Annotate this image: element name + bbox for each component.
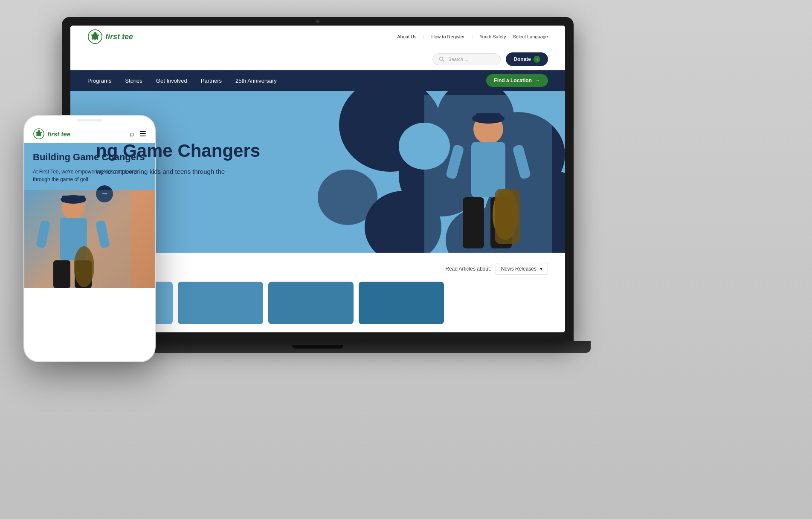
nav-partners[interactable]: Partners — [201, 78, 222, 84]
svg-point-5 — [92, 38, 94, 40]
svg-point-44 — [74, 246, 94, 287]
svg-rect-26 — [476, 113, 501, 122]
dropdown-arrow: ▾ — [540, 266, 542, 272]
laptop-logo-area: first tee — [87, 29, 133, 44]
nav-get-involved[interactable]: Get Involved — [156, 78, 187, 84]
svg-point-33 — [41, 132, 42, 133]
donate-button[interactable]: Donate → — [506, 52, 548, 66]
svg-point-4 — [97, 35, 99, 36]
select-language-link[interactable]: Select Language — [513, 34, 548, 39]
phone-golfer-svg — [24, 190, 131, 288]
laptop-camera — [316, 20, 319, 23]
svg-rect-42 — [53, 260, 70, 288]
laptop-notch — [292, 345, 343, 349]
scene: first tee About Us | How to Register | Y… — [0, 0, 812, 519]
svg-point-2 — [93, 32, 96, 35]
svg-point-34 — [36, 135, 38, 136]
phone-logo-icon — [33, 128, 45, 140]
top-links: About Us | How to Register | Youth Safet… — [397, 34, 548, 39]
website-header: Search ... Donate → — [70, 48, 565, 70]
laptop-logo-text: first tee — [105, 32, 133, 41]
phone-logo-area: first tee — [33, 128, 70, 140]
nav-links: Programs Stories Get Involved Partners 2… — [87, 78, 277, 84]
svg-point-16 — [318, 170, 377, 225]
svg-line-8 — [443, 60, 444, 62]
svg-point-31 — [38, 130, 40, 133]
donate-label: Donate — [513, 56, 531, 62]
find-location-label: Find a Location — [494, 78, 532, 84]
website-nav: Programs Stories Get Involved Partners 2… — [70, 70, 565, 91]
read-articles-label: Read Articles about: — [445, 266, 491, 272]
divider-2: | — [472, 34, 473, 39]
svg-point-35 — [40, 135, 41, 136]
divider-1: | — [423, 34, 424, 39]
phone-logo-text: first tee — [47, 130, 70, 138]
svg-rect-21 — [463, 197, 484, 248]
find-location-arrow: → — [535, 78, 540, 84]
svg-point-3 — [91, 35, 93, 36]
website-top-bar: first tee About Us | How to Register | Y… — [70, 26, 565, 48]
article-thumb-4[interactable] — [359, 282, 444, 324]
phone-notch — [77, 119, 102, 121]
nav-stories[interactable]: Stories — [125, 78, 142, 84]
article-thumbnails — [87, 282, 548, 324]
svg-point-32 — [36, 132, 37, 133]
search-placeholder-text: Search ... — [448, 57, 468, 62]
articles-header: appening Read Articles about: News Relea… — [87, 263, 548, 275]
dropdown-value: News Releases — [501, 266, 536, 272]
svg-point-6 — [97, 38, 99, 40]
article-thumb-3[interactable] — [268, 282, 354, 324]
hero-subtitle: we're empowering kids and teens through … — [96, 168, 260, 175]
donate-arrow: → — [534, 56, 540, 63]
hero-title: ng Game Changers — [96, 141, 260, 161]
svg-rect-46 — [62, 196, 85, 202]
nav-programs[interactable]: Programs — [87, 78, 111, 84]
articles-dropdown[interactable]: News Releases ▾ — [496, 263, 548, 275]
search-bar[interactable]: Search ... — [432, 53, 501, 65]
header-right: Search ... Donate → — [432, 52, 548, 66]
search-icon — [439, 56, 445, 62]
golfer-svg — [424, 95, 552, 253]
how-to-register-link[interactable]: How to Register — [431, 34, 464, 39]
svg-rect-24 — [495, 189, 520, 244]
read-articles-area: Read Articles about: News Releases ▾ — [445, 263, 548, 275]
find-location-button[interactable]: Find a Location → — [486, 74, 548, 87]
phone-status-bar — [24, 116, 155, 124]
nav-25th[interactable]: 25th Anniversary — [235, 78, 277, 84]
article-thumb-2[interactable] — [178, 282, 263, 324]
first-tee-logo-icon — [87, 29, 103, 44]
youth-safety-link[interactable]: Youth Safety — [479, 34, 506, 39]
hero-golfer-image — [424, 95, 552, 253]
about-us-link[interactable]: About Us — [397, 34, 416, 39]
